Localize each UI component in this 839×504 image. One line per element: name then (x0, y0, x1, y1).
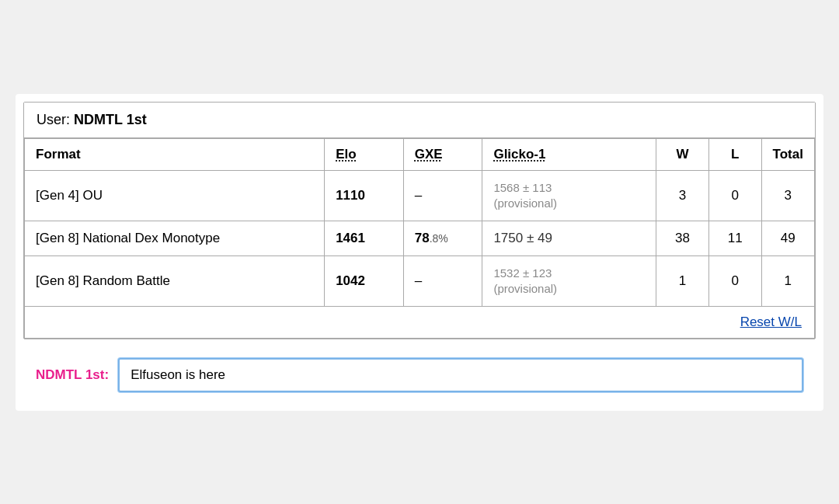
row3-glicko-sub: (provisional) (493, 282, 557, 295)
row2-format: [Gen 8] National Dex Monotype (25, 221, 325, 255)
main-container: User: NDMTL 1st Format Elo GXE Glicko-1 … (16, 94, 823, 411)
row1-l: 0 (708, 170, 761, 221)
row3-gxe: – (403, 255, 482, 306)
table-row: [Gen 8] Random Battle 1042 – 1532 ± 123 … (25, 255, 815, 306)
user-header: User: NDMTL 1st (24, 103, 815, 138)
row1-total: 3 (761, 170, 814, 221)
table-row: [Gen 8] National Dex Monotype 1461 78.8%… (25, 221, 815, 255)
row3-w: 1 (656, 255, 709, 306)
row1-glicko-main: 1568 ± 113 (493, 181, 552, 194)
chat-input[interactable] (118, 358, 803, 392)
row2-gxe-pct: .8% (430, 232, 448, 245)
header-w: W (656, 138, 709, 170)
username: NDMTL 1st (74, 112, 147, 127)
row1-glicko-sub: (provisional) (493, 196, 557, 210)
row1-elo: 1110 (325, 170, 404, 221)
row2-gxe-bold: 78 (415, 231, 430, 245)
header-glicko: Glicko-1 (482, 138, 656, 170)
user-label: User: (37, 112, 74, 127)
row3-total: 1 (761, 255, 814, 306)
row2-w: 38 (656, 221, 709, 255)
row2-glicko: 1750 ± 49 (482, 221, 656, 255)
header-elo: Elo (325, 138, 404, 170)
row3-l: 0 (708, 255, 761, 306)
row1-format: [Gen 4] OU (25, 170, 325, 221)
header-total: Total (761, 138, 814, 170)
row3-glicko: 1532 ± 123 (provisional) (482, 255, 656, 306)
row1-gxe: – (403, 170, 482, 221)
header-l: L (708, 138, 761, 170)
reset-wl-button[interactable]: Reset W/L (740, 315, 802, 329)
chat-label: NDMTL 1st: (36, 367, 109, 383)
stats-table-wrapper: User: NDMTL 1st Format Elo GXE Glicko-1 … (23, 102, 816, 339)
row3-elo: 1042 (325, 255, 404, 306)
table-row: [Gen 4] OU 1110 – 1568 ± 113 (provisiona… (25, 170, 815, 221)
row2-l: 11 (708, 221, 761, 255)
header-gxe: GXE (403, 138, 482, 170)
row2-elo: 1461 (325, 221, 404, 255)
header-format: Format (25, 138, 325, 170)
row1-w: 3 (656, 170, 709, 221)
row2-glicko-main: 1750 ± 49 (493, 231, 552, 245)
row2-total: 49 (761, 221, 814, 255)
stats-table: Format Elo GXE Glicko-1 W L Total [Gen 4… (24, 138, 815, 339)
row3-format: [Gen 8] Random Battle (25, 255, 325, 306)
reset-cell: Reset W/L (25, 306, 815, 338)
row3-glicko-main: 1532 ± 123 (493, 266, 552, 280)
reset-row: Reset W/L (25, 306, 815, 338)
row2-gxe: 78.8% (403, 221, 482, 255)
row1-glicko: 1568 ± 113 (provisional) (482, 170, 656, 221)
chat-section: NDMTL 1st: (23, 347, 816, 403)
